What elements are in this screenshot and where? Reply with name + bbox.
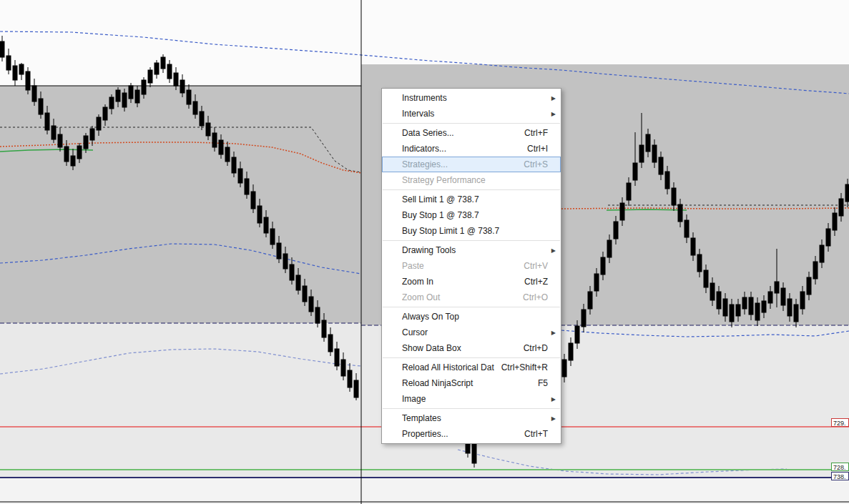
menu-separator bbox=[383, 240, 560, 241]
menu-item-label: Data Series... bbox=[402, 128, 517, 138]
menu-item-templates[interactable]: Templates▶ bbox=[382, 410, 561, 426]
menu-item-shortcut: Ctrl+Shift+R bbox=[501, 362, 555, 372]
menu-item-label: Indicators... bbox=[402, 144, 520, 154]
menu-item-always-on-top[interactable]: Always On Top bbox=[382, 309, 561, 325]
menu-item-label: Always On Top bbox=[402, 312, 555, 322]
menu-item-label: Buy Stop Limit 1 @ 738.7 bbox=[402, 226, 555, 236]
menu-separator bbox=[383, 123, 560, 124]
context-menu: Instruments▶Intervals▶Data Series...Ctrl… bbox=[381, 88, 561, 444]
price-axis-label: 728. bbox=[831, 463, 849, 471]
menu-item-label: Paste bbox=[402, 261, 516, 271]
menu-item-strategy-performance: Strategy Performance bbox=[382, 172, 561, 188]
candle bbox=[19, 63, 24, 80]
menu-item-drawing-tools[interactable]: Drawing Tools▶ bbox=[382, 242, 561, 258]
menu-item-label: Show Data Box bbox=[402, 343, 516, 353]
menu-item-label: Properties... bbox=[402, 429, 517, 439]
menu-separator bbox=[383, 189, 560, 190]
candle bbox=[154, 60, 159, 79]
menu-item-instruments[interactable]: Instruments▶ bbox=[382, 90, 561, 106]
menu-item-label: Drawing Tools bbox=[402, 245, 555, 255]
price-axis-label: 738. bbox=[831, 472, 849, 480]
submenu-arrow-icon: ▶ bbox=[551, 396, 556, 402]
menu-item-show-data-box[interactable]: Show Data BoxCtrl+D bbox=[382, 340, 561, 356]
menu-item-label: Templates bbox=[402, 413, 555, 423]
submenu-arrow-icon: ▶ bbox=[551, 247, 556, 254]
menu-item-zoom-out: Zoom OutCtrl+O bbox=[382, 290, 561, 305]
candle bbox=[148, 67, 152, 87]
submenu-arrow-icon: ▶ bbox=[551, 330, 556, 336]
menu-separator bbox=[383, 408, 560, 409]
menu-item-properties[interactable]: Properties...Ctrl+T bbox=[382, 426, 561, 442]
menu-item-label: Reload NinjaScript bbox=[402, 378, 531, 388]
menu-item-label: Sell Limit 1 @ 738.7 bbox=[402, 194, 555, 204]
menu-item-reload-all-historical-data[interactable]: Reload All Historical DataCtrl+Shift+R bbox=[382, 360, 561, 375]
menu-item-label: Reload All Historical Data bbox=[402, 362, 494, 372]
menu-item-label: Intervals bbox=[402, 109, 555, 119]
menu-item-shortcut: Ctrl+S bbox=[524, 159, 555, 169]
menu-item-label: Strategies... bbox=[402, 159, 516, 169]
menu-item-shortcut: Ctrl+D bbox=[524, 343, 555, 353]
menu-item-cursor[interactable]: Cursor▶ bbox=[382, 325, 561, 340]
candle bbox=[26, 67, 30, 94]
region-bottom-strip bbox=[0, 478, 849, 504]
candle bbox=[32, 79, 36, 106]
menu-item-label: Instruments bbox=[402, 93, 555, 103]
candle bbox=[6, 49, 11, 74]
menu-item-label: Zoom Out bbox=[402, 292, 516, 302]
menu-item-shortcut: F5 bbox=[538, 378, 555, 388]
menu-item-data-series[interactable]: Data Series...Ctrl+F bbox=[382, 125, 561, 141]
menu-item-image[interactable]: Image▶ bbox=[382, 391, 561, 407]
menu-item-shortcut: Ctrl+T bbox=[524, 429, 555, 439]
menu-item-reload-ninjascript[interactable]: Reload NinjaScriptF5 bbox=[382, 375, 561, 391]
candle bbox=[167, 60, 172, 83]
submenu-arrow-icon: ▶ bbox=[551, 111, 556, 117]
line-orange-ma-right bbox=[561, 208, 849, 209]
price-axis-label: 729. bbox=[831, 418, 849, 427]
menu-item-label: Image bbox=[402, 394, 555, 404]
menu-item-label: Strategy Performance bbox=[402, 175, 555, 185]
menu-item-shortcut: Ctrl+I bbox=[527, 144, 555, 154]
menu-item-indicators[interactable]: Indicators...Ctrl+I bbox=[382, 141, 561, 157]
menu-item-buy-stop-1-738-7[interactable]: Buy Stop 1 @ 738.7 bbox=[382, 207, 561, 223]
menu-item-shortcut: Ctrl+V bbox=[524, 261, 555, 271]
submenu-arrow-icon: ▶ bbox=[551, 415, 556, 422]
menu-item-strategies[interactable]: Strategies...Ctrl+S bbox=[382, 157, 561, 172]
menu-item-label: Zoom In bbox=[402, 277, 517, 287]
menu-item-shortcut: Ctrl+Z bbox=[524, 277, 555, 287]
menu-item-zoom-in[interactable]: Zoom InCtrl+Z bbox=[382, 274, 561, 290]
candle bbox=[0, 36, 4, 61]
menu-item-paste: PasteCtrl+V bbox=[382, 258, 561, 274]
menu-separator bbox=[383, 307, 560, 307]
menu-item-label: Buy Stop 1 @ 738.7 bbox=[402, 210, 555, 220]
menu-item-shortcut: Ctrl+O bbox=[523, 292, 555, 302]
candle bbox=[161, 54, 165, 73]
submenu-arrow-icon: ▶ bbox=[551, 95, 556, 102]
menu-item-intervals[interactable]: Intervals▶ bbox=[382, 106, 561, 122]
menu-item-buy-stop-limit-1-738-7[interactable]: Buy Stop Limit 1 @ 738.7 bbox=[382, 223, 561, 239]
menu-item-label: Cursor bbox=[402, 327, 555, 337]
menu-item-sell-limit-1-738-7[interactable]: Sell Limit 1 @ 738.7 bbox=[382, 192, 561, 207]
menu-separator bbox=[383, 357, 560, 358]
menu-item-shortcut: Ctrl+F bbox=[524, 128, 555, 138]
candle bbox=[13, 60, 17, 86]
